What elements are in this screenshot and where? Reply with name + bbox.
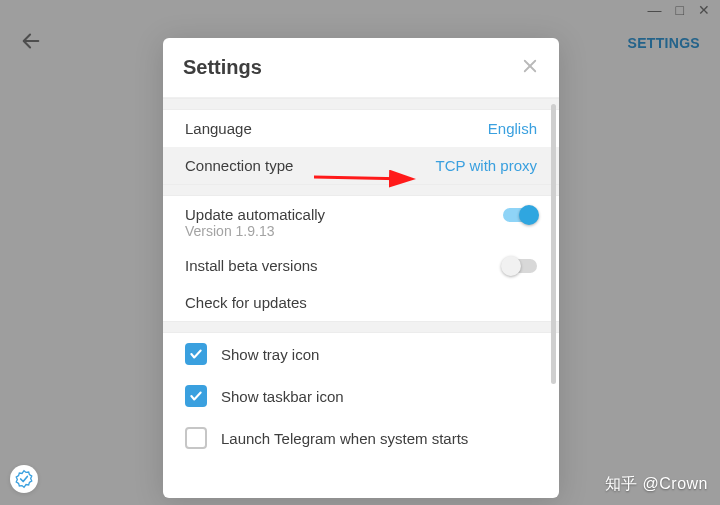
version-label: Version 1.9.13 — [163, 223, 559, 247]
autostart-row[interactable]: Launch Telegram when system starts — [163, 417, 559, 459]
tray-label: Show tray icon — [221, 346, 319, 363]
autostart-checkbox[interactable] — [185, 427, 207, 449]
autostart-label: Launch Telegram when system starts — [221, 430, 468, 447]
back-arrow-icon[interactable] — [20, 30, 42, 56]
tray-icon-row[interactable]: Show tray icon — [163, 333, 559, 375]
minimize-icon[interactable]: — — [648, 3, 662, 17]
check-updates-row[interactable]: Check for updates — [163, 284, 559, 321]
language-label: Language — [185, 120, 252, 137]
verified-badge-icon — [10, 465, 38, 493]
modal-header: Settings — [163, 38, 559, 97]
section-divider — [163, 321, 559, 333]
connection-type-label: Connection type — [185, 157, 293, 174]
maximize-icon[interactable]: □ — [676, 3, 684, 17]
modal-scroll-area: Language English Connection type TCP wit… — [163, 97, 559, 498]
taskbar-icon-row[interactable]: Show taskbar icon — [163, 375, 559, 417]
connection-type-value: TCP with proxy — [436, 157, 537, 174]
tray-checkbox[interactable] — [185, 343, 207, 365]
settings-header-link[interactable]: SETTINGS — [628, 35, 700, 51]
modal-title: Settings — [183, 56, 262, 79]
update-auto-toggle[interactable] — [503, 208, 537, 222]
language-row[interactable]: Language English — [163, 110, 559, 147]
section-divider — [163, 184, 559, 196]
scrollbar-thumb[interactable] — [551, 104, 556, 384]
taskbar-checkbox[interactable] — [185, 385, 207, 407]
section-divider — [163, 98, 559, 110]
taskbar-label: Show taskbar icon — [221, 388, 344, 405]
close-window-icon[interactable]: ✕ — [698, 3, 710, 17]
connection-type-row[interactable]: Connection type TCP with proxy — [163, 147, 559, 184]
close-icon[interactable] — [521, 57, 539, 79]
update-auto-label: Update automatically — [185, 206, 325, 223]
beta-toggle[interactable] — [503, 259, 537, 273]
beta-row[interactable]: Install beta versions — [163, 247, 559, 284]
settings-modal: Settings Language English Connection typ… — [163, 38, 559, 498]
check-updates-label: Check for updates — [185, 294, 307, 311]
beta-label: Install beta versions — [185, 257, 318, 274]
language-value: English — [488, 120, 537, 137]
watermark-text: 知乎 @Crown — [605, 474, 708, 495]
window-titlebar: — □ ✕ — [0, 0, 720, 20]
